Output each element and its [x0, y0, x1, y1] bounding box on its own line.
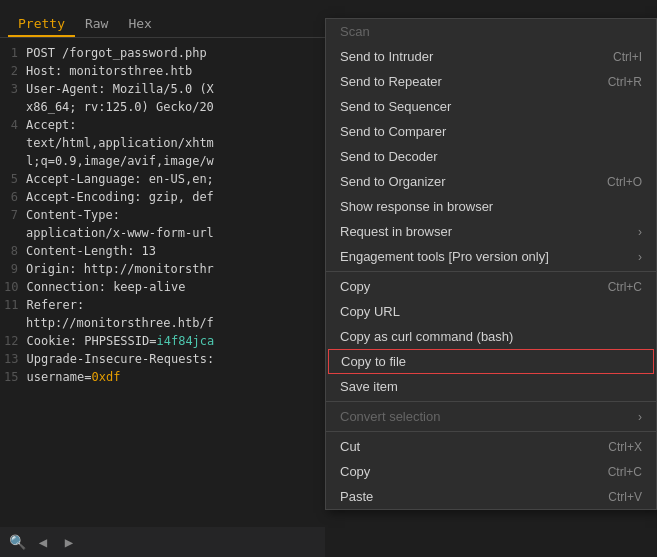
- line-content: Host: monitorsthree.htb: [26, 64, 192, 82]
- line-content: Content-Length: 13: [26, 244, 156, 262]
- context-menu: ScanSend to IntruderCtrl+ISend to Repeat…: [325, 18, 657, 510]
- line-content: Accept-Language: en-US,en;: [26, 172, 214, 190]
- line-number: [4, 154, 26, 172]
- menu-item[interactable]: CutCtrl+X: [326, 434, 656, 459]
- code-line: 7Content-Type:: [0, 208, 325, 226]
- code-line: 4Accept:: [0, 118, 325, 136]
- menu-item[interactable]: Send to IntruderCtrl+I: [326, 44, 656, 69]
- menu-item-disabled: Convert selection›: [326, 404, 656, 429]
- menu-item[interactable]: Engagement tools [Pro version only]›: [326, 244, 656, 269]
- code-line: 6Accept-Encoding: gzip, def: [0, 190, 325, 208]
- line-number: 4: [4, 118, 26, 136]
- line-number: 6: [4, 190, 26, 208]
- menu-item[interactable]: Send to Comparer: [326, 119, 656, 144]
- tab-pretty[interactable]: Pretty: [8, 12, 75, 37]
- menu-separator: [326, 401, 656, 402]
- bottom-toolbar: 🔍 ◀ ▶: [0, 527, 325, 557]
- code-line: 11Referer:: [0, 298, 325, 316]
- tab-hex[interactable]: Hex: [118, 12, 161, 37]
- code-area: 1POST /forgot_password.php2Host: monitor…: [0, 42, 325, 557]
- line-number: 11: [4, 298, 26, 316]
- code-line: 12Cookie: PHPSESSID=i4f84jca: [0, 334, 325, 352]
- code-line: x86_64; rv:125.0) Gecko/20: [0, 100, 325, 118]
- line-content: Connection: keep-alive: [26, 280, 185, 298]
- code-line: http://monitorsthree.htb/f: [0, 316, 325, 334]
- line-number: 5: [4, 172, 26, 190]
- line-content: Content-Type:: [26, 208, 120, 226]
- menu-item-copy-to-file[interactable]: Copy to file: [328, 349, 654, 374]
- menu-item[interactable]: Show response in browser: [326, 194, 656, 219]
- line-number: [4, 100, 26, 118]
- code-line: text/html,application/xhtm: [0, 136, 325, 154]
- line-number: 1: [4, 46, 26, 64]
- line-number: 8: [4, 244, 26, 262]
- line-content: Referer:: [26, 298, 84, 316]
- code-line: 1POST /forgot_password.php: [0, 46, 325, 64]
- line-content: username=0xdf: [26, 370, 120, 388]
- tabs-row: Pretty Raw Hex: [0, 12, 325, 38]
- line-number: 7: [4, 208, 26, 226]
- line-content: Accept:: [26, 118, 77, 136]
- menu-separator: [326, 431, 656, 432]
- menu-item[interactable]: Send to Sequencer: [326, 94, 656, 119]
- line-number: 2: [4, 64, 26, 82]
- code-line: l;q=0.9,image/avif,image/w: [0, 154, 325, 172]
- line-number: 3: [4, 82, 26, 100]
- line-content: Upgrade-Insecure-Requests:: [26, 352, 214, 370]
- line-number: 15: [4, 370, 26, 388]
- line-content: POST /forgot_password.php: [26, 46, 207, 64]
- code-line: 3User-Agent: Mozilla/5.0 (X: [0, 82, 325, 100]
- menu-item[interactable]: PasteCtrl+V: [326, 484, 656, 509]
- code-line: application/x-www-form-url: [0, 226, 325, 244]
- line-number: 9: [4, 262, 26, 280]
- line-content: Cookie: PHPSESSID=i4f84jca: [26, 334, 214, 352]
- menu-item[interactable]: Send to Decoder: [326, 144, 656, 169]
- tab-raw[interactable]: Raw: [75, 12, 118, 37]
- code-line: 2Host: monitorsthree.htb: [0, 64, 325, 82]
- menu-item[interactable]: Save item: [326, 374, 656, 399]
- request-title: [0, 0, 325, 12]
- menu-item[interactable]: Copy as curl command (bash): [326, 324, 656, 349]
- line-number: 13: [4, 352, 26, 370]
- code-line: 5Accept-Language: en-US,en;: [0, 172, 325, 190]
- left-panel: Pretty Raw Hex 1POST /forgot_password.ph…: [0, 0, 325, 557]
- line-content: x86_64; rv:125.0) Gecko/20: [26, 100, 214, 118]
- menu-item[interactable]: Request in browser›: [326, 219, 656, 244]
- menu-item-disabled: Scan: [326, 19, 656, 44]
- line-content: Origin: http://monitorsthr: [26, 262, 214, 280]
- menu-item[interactable]: Send to RepeaterCtrl+R: [326, 69, 656, 94]
- line-content: Accept-Encoding: gzip, def: [26, 190, 214, 208]
- code-line: 15username=0xdf: [0, 370, 325, 388]
- line-content: text/html,application/xhtm: [26, 136, 214, 154]
- line-number: 10: [4, 280, 26, 298]
- menu-separator: [326, 271, 656, 272]
- menu-item[interactable]: Send to OrganizerCtrl+O: [326, 169, 656, 194]
- code-line: 10Connection: keep-alive: [0, 280, 325, 298]
- menu-item[interactable]: CopyCtrl+C: [326, 274, 656, 299]
- menu-item[interactable]: CopyCtrl+C: [326, 459, 656, 484]
- line-content: User-Agent: Mozilla/5.0 (X: [26, 82, 214, 100]
- menu-item[interactable]: Copy URL: [326, 299, 656, 324]
- line-content: application/x-www-form-url: [26, 226, 214, 244]
- code-line: 8Content-Length: 13: [0, 244, 325, 262]
- code-line: 9Origin: http://monitorsthr: [0, 262, 325, 280]
- line-number: [4, 316, 26, 334]
- line-number: 12: [4, 334, 26, 352]
- line-number: [4, 226, 26, 244]
- code-line: 13Upgrade-Insecure-Requests:: [0, 352, 325, 370]
- line-number: [4, 136, 26, 154]
- search-icon[interactable]: 🔍: [8, 533, 26, 551]
- prev-icon[interactable]: ◀: [34, 533, 52, 551]
- next-icon[interactable]: ▶: [60, 533, 78, 551]
- line-content: l;q=0.9,image/avif,image/w: [26, 154, 214, 172]
- line-content: http://monitorsthree.htb/f: [26, 316, 214, 334]
